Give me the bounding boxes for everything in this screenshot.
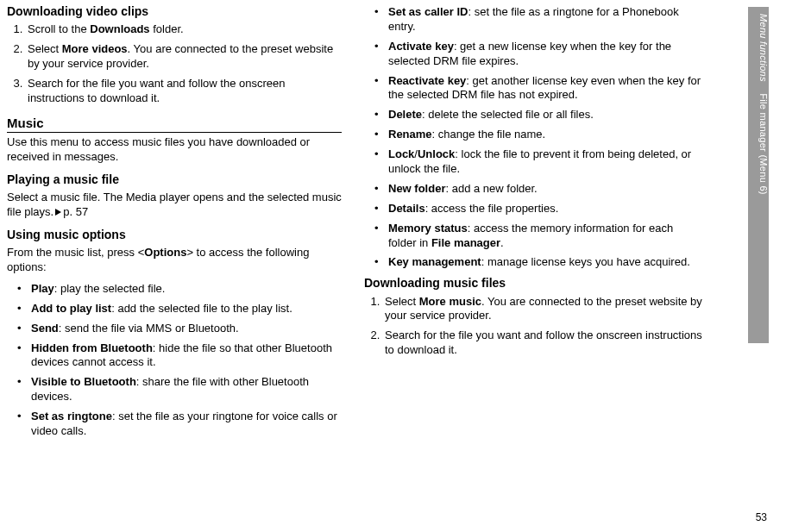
list-item: Set as caller ID: set the file as a ring… <box>364 5 704 34</box>
list-item: Search for the file you want and follow … <box>383 329 704 358</box>
list-item: Lock/Unlock: lock the file to prevent it… <box>364 147 704 177</box>
list-item: Key management: manage license keys you … <box>364 255 704 270</box>
right-column: Set as caller ID: set the file as a ring… <box>357 3 720 500</box>
list-item: Scroll to the Downloads folder. <box>26 22 342 37</box>
list-item: Send: send the file via MMS or Bluetooth… <box>7 322 342 336</box>
list-item: Select More music. You are connected to … <box>383 295 704 324</box>
side-tab-sub: File manager (Menu 6) <box>758 93 769 195</box>
play-file-text: Select a music file. The Media player op… <box>7 191 342 220</box>
list-item: Activate key: get a new license key when… <box>364 40 704 69</box>
side-tab: Menu functions File manager (Menu 6) <box>748 7 769 343</box>
list-item: Delete: delete the selected file or all … <box>364 108 704 122</box>
list-item: Set as ringtone: set the file as your ri… <box>7 410 342 439</box>
list-item: Visible to Bluetooth: share the file wit… <box>7 375 342 404</box>
music-options-right: Set as caller ID: set the file as a ring… <box>364 5 704 270</box>
page-content: Downloading video clips Scroll to the Do… <box>0 0 725 500</box>
music-options-left: Play: play the selected file. Add to pla… <box>7 282 342 439</box>
heading-download-video: Downloading video clips <box>7 3 342 19</box>
page-number: 53 <box>756 511 767 523</box>
list-item: Play: play the selected file. <box>7 282 342 297</box>
list-item: Rename: change the file name. <box>364 128 704 142</box>
list-item: Hidden from Bluetooth: hide the file so … <box>7 341 342 371</box>
heading-using-options: Using music options <box>7 227 342 242</box>
heading-play-file: Playing a music file <box>7 172 342 187</box>
list-item: Memory status: access the memory informa… <box>364 222 704 251</box>
list-item: Reactivate key: get another license key … <box>364 74 704 103</box>
using-options-intro: From the music list, press <Options> to … <box>7 246 342 275</box>
list-item: Search for the file you want and follow … <box>26 77 342 106</box>
list-item: Details: access the file properties. <box>364 202 704 216</box>
list-item: Select More videos. You are connected to… <box>26 42 342 72</box>
left-column: Downloading video clips Scroll to the Do… <box>3 3 357 500</box>
music-download-steps: Select More music. You are connected to … <box>364 295 704 359</box>
music-intro: Use this menu to access music files you … <box>7 135 342 165</box>
triangle-icon <box>55 209 61 216</box>
heading-download-music: Downloading music files <box>364 275 704 291</box>
heading-music: Music <box>7 115 342 134</box>
side-tab-section: Menu functions <box>758 14 769 82</box>
video-download-steps: Scroll to the Downloads folder. Select M… <box>7 22 342 105</box>
list-item: Add to play list: add the selected file … <box>7 302 342 316</box>
list-item: New folder: add a new folder. <box>364 182 704 197</box>
